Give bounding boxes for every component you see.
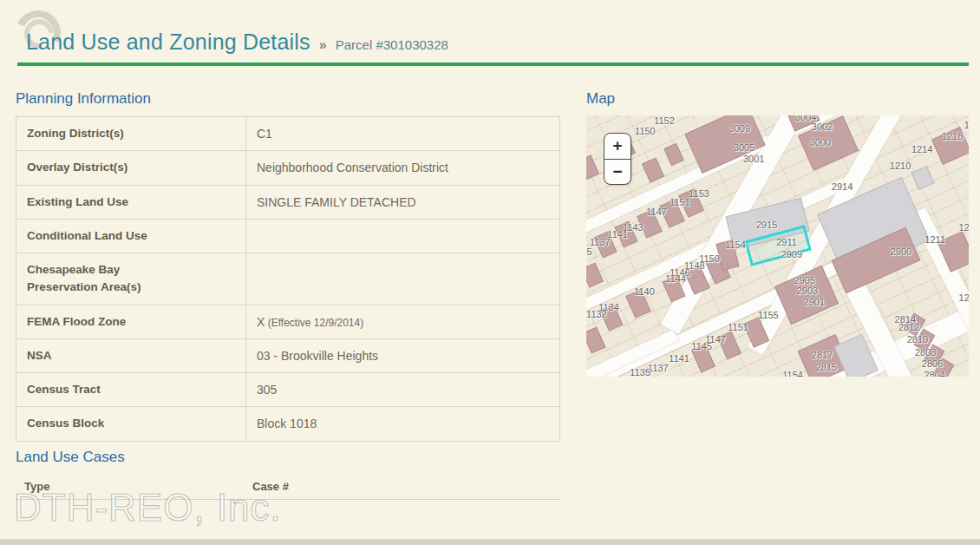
- parcel-label: 1155: [758, 310, 779, 320]
- row-value: 305: [246, 373, 560, 407]
- parcel-label: 3002: [812, 121, 833, 132]
- parcel-label: 2815: [816, 362, 837, 372]
- row-value: SINGLE FAMILY DETACHED: [246, 185, 560, 219]
- parcel-label: 1147: [646, 207, 667, 217]
- parcel-label: 2808: [915, 347, 936, 358]
- parcel-label: 12: [964, 120, 969, 130]
- row-value: X (Effective 12/9/2014): [246, 305, 560, 338]
- table-row: Conditional Land Use: [16, 219, 560, 253]
- parcel-label: 1140: [634, 286, 655, 297]
- header: Land Use and Zoning Details » Parcel #30…: [0, 0, 980, 68]
- parcel-label: 2812: [898, 322, 919, 332]
- map-building: [642, 158, 664, 183]
- parcel-label: 2909: [781, 249, 802, 259]
- header-accent-bar: [17, 62, 969, 66]
- parcel-label: 1153: [689, 188, 709, 199]
- table-row: Existing Land UseSINGLE FAMILY DETACHED: [16, 185, 560, 219]
- map-canvas[interactable]: + − 115211503009300530013004300230001212…: [586, 115, 969, 377]
- zoom-in-button[interactable]: +: [604, 134, 630, 160]
- parcel-label: 1137: [648, 363, 669, 373]
- row-label: Zoning District(s): [16, 117, 246, 151]
- parcel-label: 1211: [924, 234, 945, 245]
- parcel-label: 1154: [725, 240, 746, 250]
- parcel-label: 1145: [691, 341, 712, 351]
- parcel-label: 2905: [794, 275, 815, 286]
- map-building: [664, 143, 685, 167]
- parcel-label: 2804: [924, 370, 945, 377]
- table-row: Census BlockBlock 1018: [16, 407, 560, 441]
- row-value: Block 1018: [246, 407, 560, 441]
- row-label: NSA: [16, 338, 246, 372]
- map-heading: Map: [586, 90, 615, 108]
- parcel-label: 1141: [669, 353, 689, 364]
- planning-table: Zoning District(s)C1Overlay District(s)N…: [16, 116, 560, 442]
- watermark: DTH-REO, Inc.: [14, 486, 282, 529]
- parcel-label: 2810: [907, 334, 928, 345]
- breadcrumb-separator-icon: »: [319, 37, 327, 53]
- row-label: Census Tract: [16, 373, 246, 407]
- parcel-label: 3001: [743, 154, 764, 164]
- parcel-number: Parcel #301030328: [336, 37, 448, 52]
- parcel-label: 1137: [590, 237, 611, 247]
- map-building: [911, 166, 934, 190]
- table-row: Census Tract305: [16, 373, 560, 407]
- parcel-label: 1154: [782, 370, 803, 377]
- parcel-label: 2806: [922, 358, 943, 369]
- zoom-out-button[interactable]: −: [604, 160, 630, 185]
- parcel-label: 1150: [635, 126, 656, 136]
- parcel-label: 2911: [776, 237, 797, 247]
- map-building: [586, 155, 599, 181]
- parcel-label: 1151: [670, 197, 690, 207]
- title-bar: Land Use and Zoning Details » Parcel #30…: [26, 30, 448, 55]
- map-zoom-control: + −: [604, 133, 631, 185]
- table-row: Zoning District(s)C1: [16, 117, 560, 151]
- table-row: NSA03 - Brookville Heights: [16, 338, 560, 372]
- row-value: C1: [246, 117, 560, 151]
- parcel-label: 2915: [756, 220, 777, 230]
- parcel-label: 3009: [729, 123, 750, 134]
- parcel-label: 121: [959, 222, 969, 233]
- row-label: Chesapeake BayPreservation Area(s): [16, 253, 246, 305]
- table-row: FEMA Flood ZoneX (Effective 12/9/2014): [16, 305, 560, 338]
- parcel-label: 1214: [911, 144, 932, 154]
- parcel-label: 1132: [586, 309, 607, 319]
- parcel-label: 1135: [630, 367, 650, 377]
- row-label: Existing Land Use: [16, 185, 246, 219]
- parcel-label: 2900: [891, 246, 911, 257]
- parcel-label: 3000: [810, 137, 831, 148]
- planning-information-heading: Planning Information: [16, 90, 151, 108]
- parcel-label: 2914: [832, 181, 853, 192]
- parcel-label: 1135: [586, 246, 592, 257]
- parcel-label: 3005: [734, 142, 755, 153]
- table-row: Chesapeake BayPreservation Area(s): [16, 253, 560, 305]
- parcel-label: 1218: [942, 131, 963, 141]
- row-value: [246, 219, 560, 253]
- row-label: FEMA Flood Zone: [16, 305, 246, 338]
- table-row: Overlay District(s)Neighborhood Conserva…: [16, 151, 560, 185]
- row-label: Conditional Land Use: [16, 219, 246, 253]
- parcel-label: 2903: [797, 286, 818, 296]
- row-value: 03 - Brookville Heights: [246, 338, 560, 372]
- row-label: Overlay District(s): [16, 151, 246, 185]
- parcel-label: 1210: [890, 161, 911, 171]
- row-label: Census Block: [16, 407, 246, 441]
- page-title: Land Use and Zoning Details: [26, 30, 310, 55]
- parcel-label: 2901: [804, 297, 825, 307]
- parcel-label: 1151: [728, 322, 748, 332]
- map-building: [586, 326, 605, 353]
- parcel-label: 121: [959, 292, 969, 303]
- row-value: Neighborhood Conservation District: [246, 151, 560, 185]
- page: Land Use and Zoning Details » Parcel #30…: [0, 0, 980, 545]
- land-use-cases-heading: Land Use Cases: [16, 449, 125, 466]
- footer-bar: [0, 539, 980, 545]
- parcel-label: 2817: [812, 350, 833, 360]
- map-building: [586, 262, 604, 287]
- parcel-label: 1144: [665, 273, 686, 284]
- row-value: [246, 253, 560, 305]
- planning-table-body: Zoning District(s)C1Overlay District(s)N…: [16, 117, 560, 442]
- parcel-label: 1152: [654, 115, 675, 126]
